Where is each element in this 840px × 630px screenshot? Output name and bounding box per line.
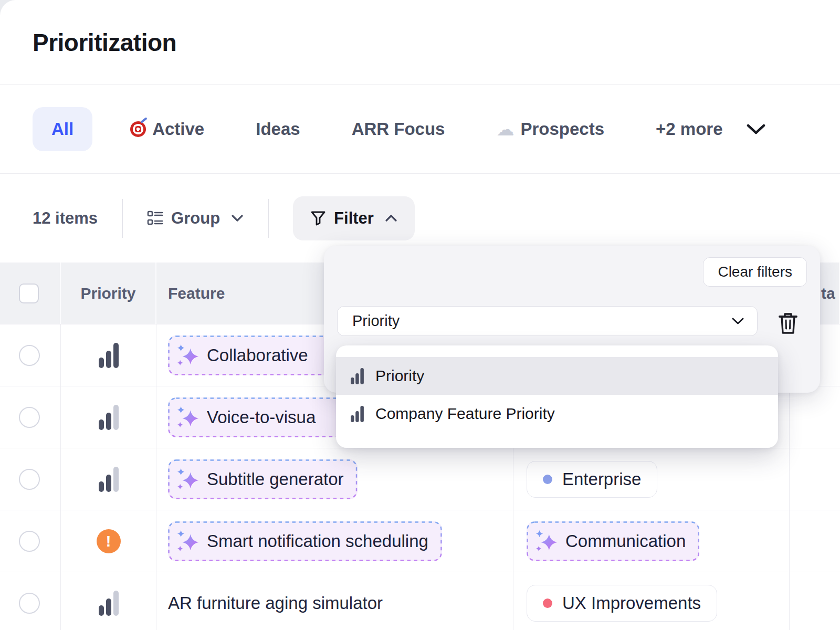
group-by-icon <box>147 210 163 226</box>
filter-button-label: Filter <box>334 209 374 228</box>
sparkle-icon <box>176 529 200 553</box>
row-select-radio[interactable] <box>19 469 40 490</box>
dropdown-option-company-feature-priority[interactable]: Company Feature Priority <box>336 395 778 433</box>
delete-filter-button[interactable] <box>776 312 800 336</box>
row-select-radio[interactable] <box>19 593 40 614</box>
tab-prospects[interactable]: ☁ Prospects <box>496 119 604 139</box>
divider <box>122 199 123 238</box>
chevron-down-icon <box>731 317 744 325</box>
priority-bars-icon <box>99 591 119 616</box>
sparkle-icon <box>176 467 200 491</box>
filter-field-value: Priority <box>352 312 731 330</box>
filter-button[interactable]: Filter <box>293 196 415 240</box>
filter-field-dropdown: Priority Company Feature Priority <box>336 345 778 448</box>
chevron-down-icon[interactable] <box>746 123 766 135</box>
sparkle-icon <box>534 529 559 553</box>
column-header-feature[interactable]: Feature <box>168 285 225 302</box>
row-select-radio[interactable] <box>19 407 40 428</box>
row-select-radio[interactable] <box>19 531 40 552</box>
table-row: Subtitle generator Enterprise <box>0 448 840 510</box>
tag-chip[interactable]: Enterprise <box>527 461 657 498</box>
divider <box>268 199 269 238</box>
tag-chip[interactable]: UX Improvements <box>527 585 717 622</box>
tab-active[interactable]: Active <box>130 119 204 139</box>
tag-dot <box>543 475 552 484</box>
dropdown-option-priority[interactable]: Priority <box>336 357 778 395</box>
chevron-down-icon <box>231 214 244 222</box>
select-all-checkbox[interactable] <box>19 284 39 303</box>
filter-field-select[interactable]: Priority <box>337 306 758 336</box>
column-header-partial: ta <box>821 285 835 302</box>
tab-all[interactable]: All <box>33 107 92 151</box>
priority-bars-icon <box>99 343 119 368</box>
feature-label[interactable]: AR furniture aging simulator <box>168 593 383 613</box>
column-header-priority[interactable]: Priority <box>80 285 135 302</box>
sparkle-icon <box>176 343 200 368</box>
sparkle-icon <box>176 405 200 429</box>
table-row: ! Smart notification scheduling Communic… <box>0 510 840 572</box>
target-icon <box>130 121 146 137</box>
feature-chip[interactable]: Subtitle generator <box>168 459 358 499</box>
app-window: Prioritization All Active Ideas ARR Focu… <box>0 0 840 630</box>
group-button[interactable]: Group <box>147 209 244 228</box>
tab-ideas[interactable]: Ideas <box>256 119 300 139</box>
group-button-label: Group <box>171 209 220 228</box>
page-title: Prioritization <box>33 28 840 57</box>
priority-bars-icon <box>99 467 119 492</box>
bar-chart-icon <box>351 406 364 422</box>
tag-chip[interactable]: Communication <box>527 521 699 561</box>
page-header: Prioritization <box>0 0 840 85</box>
clear-filters-button[interactable]: Clear filters <box>703 257 807 287</box>
tag-dot <box>543 598 552 608</box>
chevron-up-icon <box>385 214 397 222</box>
view-tabs: All Active Ideas ARR Focus ☁ Prospects +… <box>0 85 840 174</box>
feature-chip[interactable]: Smart notification scheduling <box>168 521 442 561</box>
funnel-icon <box>310 210 326 226</box>
thought-balloon-icon: ☁ <box>496 120 514 138</box>
priority-alert-icon: ! <box>97 529 121 553</box>
table-row: AR furniture aging simulator UX Improvem… <box>0 572 840 630</box>
trash-icon <box>778 312 799 335</box>
bar-chart-icon <box>351 368 364 384</box>
tab-arr-focus[interactable]: ARR Focus <box>352 119 445 139</box>
priority-bars-icon <box>99 405 119 430</box>
tab-more[interactable]: +2 more <box>656 119 723 139</box>
items-count: 12 items <box>33 209 98 228</box>
row-select-radio[interactable] <box>19 345 40 366</box>
